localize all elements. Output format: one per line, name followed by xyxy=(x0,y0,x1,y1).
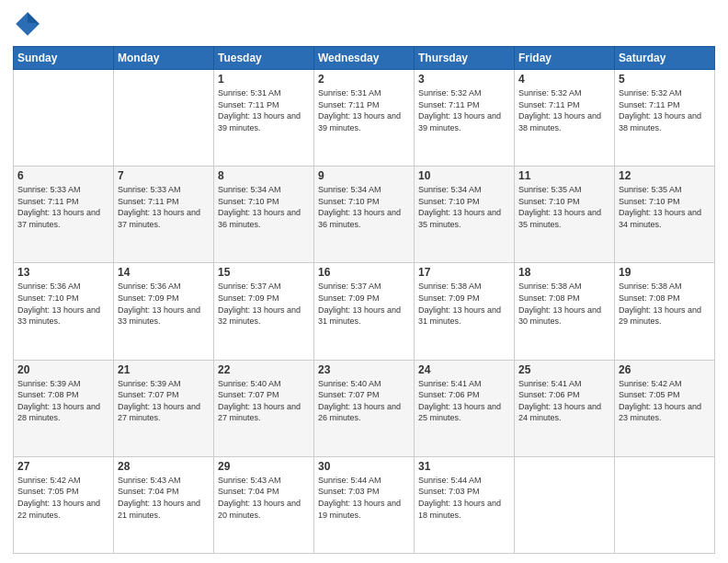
calendar-cell: 29Sunrise: 5:43 AM Sunset: 7:04 PM Dayli… xyxy=(214,456,314,553)
day-info: Sunrise: 5:36 AM Sunset: 7:09 PM Dayligh… xyxy=(118,281,210,327)
day-info: Sunrise: 5:34 AM Sunset: 7:10 PM Dayligh… xyxy=(218,184,310,230)
day-info: Sunrise: 5:38 AM Sunset: 7:09 PM Dayligh… xyxy=(418,281,510,327)
calendar-cell xyxy=(14,70,114,167)
calendar-header-monday: Monday xyxy=(114,47,214,70)
day-info: Sunrise: 5:32 AM Sunset: 7:11 PM Dayligh… xyxy=(619,87,711,133)
day-info: Sunrise: 5:38 AM Sunset: 7:08 PM Dayligh… xyxy=(518,281,610,327)
day-number: 14 xyxy=(118,266,210,279)
calendar-cell: 11Sunrise: 5:35 AM Sunset: 7:10 PM Dayli… xyxy=(515,167,615,263)
logo-icon xyxy=(13,9,42,39)
calendar-cell: 22Sunrise: 5:40 AM Sunset: 7:07 PM Dayli… xyxy=(214,360,314,456)
calendar-cell: 16Sunrise: 5:37 AM Sunset: 7:09 PM Dayli… xyxy=(314,263,415,360)
logo xyxy=(13,9,46,39)
day-info: Sunrise: 5:36 AM Sunset: 7:10 PM Dayligh… xyxy=(17,281,109,327)
calendar-cell: 20Sunrise: 5:39 AM Sunset: 7:08 PM Dayli… xyxy=(14,360,114,456)
day-number: 25 xyxy=(518,363,610,376)
calendar-cell: 18Sunrise: 5:38 AM Sunset: 7:08 PM Dayli… xyxy=(515,263,615,360)
day-number: 2 xyxy=(318,73,410,86)
day-number: 26 xyxy=(619,363,711,376)
calendar-cell: 28Sunrise: 5:43 AM Sunset: 7:04 PM Dayli… xyxy=(114,456,214,553)
day-info: Sunrise: 5:39 AM Sunset: 7:07 PM Dayligh… xyxy=(118,378,210,424)
calendar-cell: 3Sunrise: 5:32 AM Sunset: 7:11 PM Daylig… xyxy=(415,70,515,167)
calendar-cell: 17Sunrise: 5:38 AM Sunset: 7:09 PM Dayli… xyxy=(415,263,515,360)
day-info: Sunrise: 5:35 AM Sunset: 7:10 PM Dayligh… xyxy=(619,184,711,230)
day-info: Sunrise: 5:32 AM Sunset: 7:11 PM Dayligh… xyxy=(518,87,610,133)
day-number: 23 xyxy=(318,363,410,376)
page: SundayMondayTuesdayWednesdayThursdayFrid… xyxy=(0,0,728,563)
calendar-header-wednesday: Wednesday xyxy=(314,47,415,70)
calendar-cell: 24Sunrise: 5:41 AM Sunset: 7:06 PM Dayli… xyxy=(415,360,515,456)
calendar-cell: 27Sunrise: 5:42 AM Sunset: 7:05 PM Dayli… xyxy=(14,456,114,553)
day-number: 3 xyxy=(418,73,510,86)
day-info: Sunrise: 5:33 AM Sunset: 7:11 PM Dayligh… xyxy=(118,184,210,230)
header xyxy=(13,9,715,39)
day-number: 1 xyxy=(218,73,310,86)
calendar-week-row: 1Sunrise: 5:31 AM Sunset: 7:11 PM Daylig… xyxy=(14,70,715,167)
day-number: 21 xyxy=(118,363,210,376)
calendar-cell: 26Sunrise: 5:42 AM Sunset: 7:05 PM Dayli… xyxy=(615,360,715,456)
day-info: Sunrise: 5:35 AM Sunset: 7:10 PM Dayligh… xyxy=(518,184,610,230)
calendar-cell: 13Sunrise: 5:36 AM Sunset: 7:10 PM Dayli… xyxy=(14,263,114,360)
day-number: 11 xyxy=(518,169,610,182)
calendar-cell: 10Sunrise: 5:34 AM Sunset: 7:10 PM Dayli… xyxy=(415,167,515,263)
day-number: 16 xyxy=(318,266,410,279)
day-number: 29 xyxy=(218,460,310,473)
day-info: Sunrise: 5:43 AM Sunset: 7:04 PM Dayligh… xyxy=(118,475,210,521)
calendar-cell: 14Sunrise: 5:36 AM Sunset: 7:09 PM Dayli… xyxy=(114,263,214,360)
day-info: Sunrise: 5:38 AM Sunset: 7:08 PM Dayligh… xyxy=(619,281,711,327)
calendar-week-row: 6Sunrise: 5:33 AM Sunset: 7:11 PM Daylig… xyxy=(14,167,715,263)
calendar-header-sunday: Sunday xyxy=(14,47,114,70)
day-info: Sunrise: 5:40 AM Sunset: 7:07 PM Dayligh… xyxy=(218,378,310,424)
day-info: Sunrise: 5:34 AM Sunset: 7:10 PM Dayligh… xyxy=(318,184,410,230)
svg-marker-1 xyxy=(28,12,40,24)
day-info: Sunrise: 5:41 AM Sunset: 7:06 PM Dayligh… xyxy=(418,378,510,424)
day-info: Sunrise: 5:37 AM Sunset: 7:09 PM Dayligh… xyxy=(318,281,410,327)
calendar-header-saturday: Saturday xyxy=(615,47,715,70)
day-number: 12 xyxy=(619,169,711,182)
day-number: 10 xyxy=(418,169,510,182)
day-info: Sunrise: 5:41 AM Sunset: 7:06 PM Dayligh… xyxy=(518,378,610,424)
day-number: 6 xyxy=(17,169,109,182)
day-number: 31 xyxy=(418,460,510,473)
day-number: 9 xyxy=(318,169,410,182)
day-number: 13 xyxy=(17,266,109,279)
calendar-cell: 2Sunrise: 5:31 AM Sunset: 7:11 PM Daylig… xyxy=(314,70,415,167)
day-number: 8 xyxy=(218,169,310,182)
day-info: Sunrise: 5:42 AM Sunset: 7:05 PM Dayligh… xyxy=(17,475,109,521)
calendar-cell xyxy=(515,456,615,553)
calendar-cell: 4Sunrise: 5:32 AM Sunset: 7:11 PM Daylig… xyxy=(515,70,615,167)
calendar-cell xyxy=(615,456,715,553)
day-number: 17 xyxy=(418,266,510,279)
day-number: 30 xyxy=(318,460,410,473)
calendar-cell: 21Sunrise: 5:39 AM Sunset: 7:07 PM Dayli… xyxy=(114,360,214,456)
calendar-cell: 30Sunrise: 5:44 AM Sunset: 7:03 PM Dayli… xyxy=(314,456,415,553)
day-info: Sunrise: 5:31 AM Sunset: 7:11 PM Dayligh… xyxy=(218,87,310,133)
day-info: Sunrise: 5:39 AM Sunset: 7:08 PM Dayligh… xyxy=(17,378,109,424)
calendar-header-tuesday: Tuesday xyxy=(214,47,314,70)
calendar-cell: 12Sunrise: 5:35 AM Sunset: 7:10 PM Dayli… xyxy=(615,167,715,263)
day-info: Sunrise: 5:32 AM Sunset: 7:11 PM Dayligh… xyxy=(418,87,510,133)
calendar-cell xyxy=(114,70,214,167)
calendar-cell: 25Sunrise: 5:41 AM Sunset: 7:06 PM Dayli… xyxy=(515,360,615,456)
calendar-header-thursday: Thursday xyxy=(415,47,515,70)
calendar-cell: 15Sunrise: 5:37 AM Sunset: 7:09 PM Dayli… xyxy=(214,263,314,360)
day-number: 4 xyxy=(518,73,610,86)
day-number: 22 xyxy=(218,363,310,376)
day-info: Sunrise: 5:40 AM Sunset: 7:07 PM Dayligh… xyxy=(318,378,410,424)
calendar-cell: 5Sunrise: 5:32 AM Sunset: 7:11 PM Daylig… xyxy=(615,70,715,167)
day-info: Sunrise: 5:42 AM Sunset: 7:05 PM Dayligh… xyxy=(619,378,711,424)
day-number: 15 xyxy=(218,266,310,279)
calendar-week-row: 13Sunrise: 5:36 AM Sunset: 7:10 PM Dayli… xyxy=(14,263,715,360)
day-number: 27 xyxy=(17,460,109,473)
day-number: 5 xyxy=(619,73,711,86)
calendar-cell: 9Sunrise: 5:34 AM Sunset: 7:10 PM Daylig… xyxy=(314,167,415,263)
day-info: Sunrise: 5:44 AM Sunset: 7:03 PM Dayligh… xyxy=(418,475,510,521)
calendar-cell: 23Sunrise: 5:40 AM Sunset: 7:07 PM Dayli… xyxy=(314,360,415,456)
day-info: Sunrise: 5:37 AM Sunset: 7:09 PM Dayligh… xyxy=(218,281,310,327)
day-number: 19 xyxy=(619,266,711,279)
day-number: 28 xyxy=(118,460,210,473)
calendar-cell: 1Sunrise: 5:31 AM Sunset: 7:11 PM Daylig… xyxy=(214,70,314,167)
day-info: Sunrise: 5:44 AM Sunset: 7:03 PM Dayligh… xyxy=(318,475,410,521)
calendar-cell: 19Sunrise: 5:38 AM Sunset: 7:08 PM Dayli… xyxy=(615,263,715,360)
calendar-cell: 8Sunrise: 5:34 AM Sunset: 7:10 PM Daylig… xyxy=(214,167,314,263)
